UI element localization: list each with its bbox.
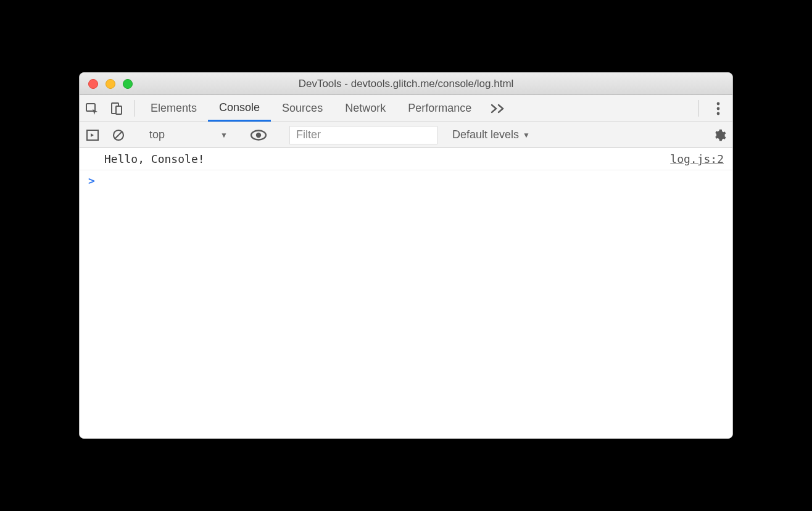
svg-point-4 bbox=[717, 107, 720, 110]
console-message-source[interactable]: log.js:2 bbox=[670, 152, 724, 165]
filter-input-wrap: Filter bbox=[283, 122, 444, 147]
tab-label: Console bbox=[219, 101, 260, 114]
panel-tabbar: Elements Console Sources Network Perform… bbox=[80, 95, 732, 122]
divider bbox=[698, 100, 699, 117]
live-expression-icon[interactable] bbox=[244, 122, 273, 147]
device-toolbar-icon[interactable] bbox=[104, 95, 129, 122]
minimize-window-button[interactable] bbox=[106, 79, 115, 89]
execution-context-selector[interactable]: top ▼ bbox=[142, 122, 234, 147]
filter-placeholder: Filter bbox=[296, 128, 321, 141]
svg-rect-2 bbox=[116, 106, 122, 114]
console-settings-icon[interactable] bbox=[706, 122, 732, 147]
svg-point-10 bbox=[256, 132, 261, 137]
tab-label: Elements bbox=[151, 102, 197, 115]
inspect-element-icon[interactable] bbox=[80, 95, 104, 122]
tab-sources[interactable]: Sources bbox=[271, 95, 334, 122]
filter-input[interactable]: Filter bbox=[289, 126, 437, 144]
window-title: DevTools - devtools.glitch.me/console/lo… bbox=[80, 78, 732, 90]
zoom-window-button[interactable] bbox=[123, 79, 133, 89]
prompt-chevron-icon: > bbox=[88, 174, 95, 187]
titlebar: DevTools - devtools.glitch.me/console/lo… bbox=[80, 73, 732, 95]
tab-elements[interactable]: Elements bbox=[139, 95, 208, 122]
svg-line-8 bbox=[115, 131, 122, 138]
tab-performance[interactable]: Performance bbox=[397, 95, 483, 122]
console-toolbar: top ▼ Filter Default levels ▼ bbox=[80, 122, 732, 148]
devtools-window: DevTools - devtools.glitch.me/console/lo… bbox=[79, 72, 733, 439]
clear-console-icon[interactable] bbox=[106, 122, 131, 147]
window-controls bbox=[80, 79, 133, 89]
svg-point-3 bbox=[717, 102, 720, 105]
svg-point-5 bbox=[717, 112, 720, 115]
tab-label: Network bbox=[345, 102, 386, 115]
tab-label: Sources bbox=[282, 102, 323, 115]
console-message-row[interactable]: Hello, Console! log.js:2 bbox=[80, 148, 732, 170]
log-levels-selector[interactable]: Default levels ▼ bbox=[444, 128, 539, 141]
divider bbox=[134, 100, 135, 117]
tab-network[interactable]: Network bbox=[334, 95, 397, 122]
more-tabs-button[interactable] bbox=[483, 95, 513, 122]
customize-devtools-button[interactable] bbox=[704, 95, 732, 122]
dropdown-triangle-icon: ▼ bbox=[220, 131, 228, 139]
tab-label: Performance bbox=[408, 102, 471, 115]
console-message-text: Hello, Console! bbox=[104, 152, 670, 165]
context-label: top bbox=[149, 128, 165, 141]
close-window-button[interactable] bbox=[88, 79, 98, 89]
toggle-sidebar-icon[interactable] bbox=[80, 122, 106, 147]
dropdown-triangle-icon: ▼ bbox=[523, 131, 530, 139]
console-output[interactable]: Hello, Console! log.js:2 > bbox=[80, 148, 732, 438]
levels-label: Default levels bbox=[452, 128, 519, 141]
tab-console[interactable]: Console bbox=[208, 95, 271, 122]
console-prompt[interactable]: > bbox=[80, 170, 732, 191]
